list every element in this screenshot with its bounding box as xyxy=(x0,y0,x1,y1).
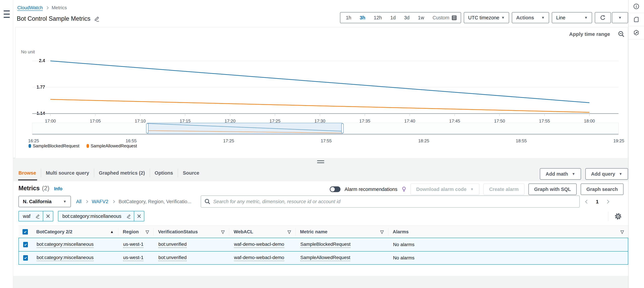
series-line[interactable] xyxy=(50,99,590,112)
cell-botcategory[interactable]: bot:category:miscellaneous xyxy=(36,255,94,261)
alarm-recommendations-label: Alarm recommendations xyxy=(344,187,397,192)
column-header-webacl[interactable]: WebACL▽ xyxy=(229,228,296,236)
info-link[interactable]: Info xyxy=(54,186,62,191)
chevron-down-icon: ▼ xyxy=(619,172,622,176)
lightbulb-icon xyxy=(402,186,406,192)
tab-browse[interactable]: Browse xyxy=(18,169,41,177)
edit-title-pencil-icon[interactable] xyxy=(94,16,100,22)
select-all-checkbox[interactable] xyxy=(22,229,28,234)
range-12h-button[interactable]: 12h xyxy=(370,15,386,21)
pencil-icon xyxy=(126,214,131,219)
cell-verificationstatus[interactable]: bot:unverified xyxy=(158,242,186,248)
download-alarm-code-button[interactable]: Download alarm code▼ xyxy=(410,184,480,195)
add-math-button[interactable]: Add math▼ xyxy=(540,168,581,180)
chevron-right-icon xyxy=(85,200,88,203)
graph-with-sql-button[interactable]: Graph with SQL xyxy=(528,184,577,195)
brush-left-handle[interactable] xyxy=(146,123,148,133)
cell-botcategory[interactable]: bot:category:miscellaneous xyxy=(36,242,94,248)
brush-selection-window[interactable] xyxy=(147,123,342,134)
column-header-botcategory[interactable]: BotCategory 2/2▲ xyxy=(32,228,118,236)
refresh-options-caret-button[interactable]: ▼ xyxy=(612,12,628,23)
range-1d-button[interactable]: 1d xyxy=(386,15,400,21)
metrics-table: BotCategory 2/2▲ Region▽ VerificationSta… xyxy=(18,226,628,265)
table-row[interactable]: bot:category:miscellaneous us-west-1 bot… xyxy=(18,238,628,251)
path-dimensions-label: BotCategory, Region, Verificatio... xyxy=(118,199,191,204)
range-1w-button[interactable]: 1w xyxy=(414,15,428,21)
timezone-select[interactable]: UTC timezone▼ xyxy=(464,12,509,23)
cell-metric-name[interactable]: SampleBlockedRequest xyxy=(300,242,350,248)
help-panel-button[interactable] xyxy=(628,0,644,13)
edit-filter-button[interactable] xyxy=(124,211,134,221)
breadcrumb: CloudWatch Metrics xyxy=(17,5,67,11)
chevron-down-icon: ▼ xyxy=(541,16,545,20)
tab-source[interactable]: Source xyxy=(178,169,204,177)
column-header-verificationstatus[interactable]: VerificationStatus▽ xyxy=(154,228,229,236)
breadcrumb-cloudwatch-link[interactable]: CloudWatch xyxy=(17,5,43,11)
next-page-button[interactable] xyxy=(606,200,610,204)
zoom-out-icon[interactable] xyxy=(618,31,625,38)
sort-ascending-icon[interactable]: ▲ xyxy=(110,230,114,234)
previous-page-button[interactable] xyxy=(585,200,589,204)
documentation-panel-button[interactable] xyxy=(628,13,644,26)
chevron-right-icon xyxy=(46,6,49,9)
remove-filter-button[interactable] xyxy=(134,211,144,221)
edit-filter-button[interactable] xyxy=(32,211,43,221)
create-alarm-button[interactable]: Create alarm xyxy=(484,184,524,195)
range-3d-button[interactable]: 3d xyxy=(400,15,414,21)
tab-graphed-metrics[interactable]: Graphed metrics (2) xyxy=(94,169,150,177)
filter-icon[interactable]: ▽ xyxy=(380,229,384,234)
chevron-down-icon: ▼ xyxy=(470,187,474,191)
add-query-button[interactable]: Add query▼ xyxy=(586,168,628,180)
chart-toolbar: 1h 3h 12h 1d 3d 1w Custom UTC timezone▼ … xyxy=(340,12,628,23)
info-icon xyxy=(633,3,639,10)
refresh-button[interactable] xyxy=(595,12,611,23)
row-checkbox[interactable] xyxy=(23,242,28,247)
row-checkbox[interactable] xyxy=(23,255,28,261)
alarm-recommendations-toggle[interactable] xyxy=(330,186,340,192)
metric-chart-panel: Apply time range No unit 2.41.771.14 17:… xyxy=(15,27,628,158)
apply-time-range-button[interactable]: Apply time range xyxy=(569,31,610,37)
current-page-number[interactable]: 1 xyxy=(596,199,599,205)
calendar-icon xyxy=(452,15,457,20)
filter-chip-waf: waf xyxy=(18,211,53,221)
filter-icon[interactable]: ▽ xyxy=(221,229,224,234)
search-icon xyxy=(204,199,210,205)
chevron-down-icon: ▼ xyxy=(584,16,588,20)
cell-webacl[interactable]: waf-demo-webacl-demo xyxy=(234,242,284,248)
cell-region[interactable]: us-west-1 xyxy=(123,255,144,261)
gear-icon xyxy=(614,212,622,220)
table-preferences-button[interactable] xyxy=(614,212,622,221)
tab-multi-source-query[interactable]: Multi source query xyxy=(41,169,94,177)
check-icon xyxy=(24,243,28,246)
path-all-link[interactable]: All xyxy=(76,199,82,204)
column-header-metric-name[interactable]: Metric name▽ xyxy=(296,228,388,236)
range-custom-button[interactable]: Custom xyxy=(428,15,460,21)
path-wafv2-link[interactable]: WAFV2 xyxy=(92,199,108,204)
chart-type-select[interactable]: Line▼ xyxy=(552,12,592,23)
column-header-region[interactable]: Region▽ xyxy=(118,228,154,236)
brush-right-handle[interactable] xyxy=(341,123,344,133)
range-3h-button[interactable]: 3h xyxy=(356,15,370,21)
panel-resize-handle[interactable] xyxy=(317,160,324,164)
filter-icon[interactable]: ▽ xyxy=(146,229,149,234)
resources-panel-button[interactable] xyxy=(628,26,644,39)
column-header-alarms[interactable]: Alarms▽ xyxy=(388,228,628,236)
metric-search-input[interactable] xyxy=(213,199,576,204)
tab-options[interactable]: Options xyxy=(150,169,178,177)
hamburger-menu-icon[interactable] xyxy=(4,11,10,20)
actions-dropdown-button[interactable]: Actions▼ xyxy=(512,12,549,23)
line-chart-canvas[interactable] xyxy=(16,27,628,158)
cell-region[interactable]: us-west-1 xyxy=(123,242,144,248)
cell-verificationstatus[interactable]: bot:unverified xyxy=(158,255,186,261)
filter-icon[interactable]: ▽ xyxy=(620,229,624,234)
table-row[interactable]: bot:category:miscellaneous us-west-1 bot… xyxy=(18,251,628,265)
filter-icon[interactable]: ▽ xyxy=(288,229,291,234)
cell-metric-name[interactable]: SampleAllowedRequest xyxy=(300,255,350,261)
region-selector[interactable]: N. California▼ xyxy=(18,196,71,207)
graph-search-button[interactable]: Graph search xyxy=(581,184,624,195)
series-line[interactable] xyxy=(50,61,590,103)
cell-webacl[interactable]: waf-demo-webacl-demo xyxy=(234,255,284,261)
check-icon xyxy=(23,230,27,234)
remove-filter-button[interactable] xyxy=(43,211,53,221)
range-1h-button[interactable]: 1h xyxy=(342,15,356,21)
